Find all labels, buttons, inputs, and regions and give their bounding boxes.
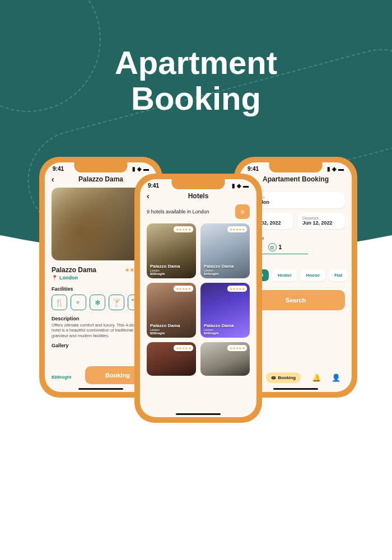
battery-icon: ▬ xyxy=(243,183,249,189)
hotel-card[interactable]: ★★★★★ xyxy=(147,342,196,376)
wifi-icon[interactable]: ᯤ xyxy=(71,295,86,310)
price-value: $30/night xyxy=(52,371,71,380)
phones-showcase: 9:41 ▮ ◈ ▬ ‹ Palazzo Dama Palazzo Dama ★… xyxy=(0,157,392,538)
wifi-icon: ◈ xyxy=(237,183,241,189)
chip-house[interactable]: House xyxy=(300,269,325,281)
bar-icon[interactable]: 🍸 xyxy=(109,295,124,310)
availability-text: 9 hotels available in London xyxy=(147,209,209,214)
tab-booking[interactable]: 🎟 Booking xyxy=(266,372,301,383)
chip-hostel[interactable]: Hostel xyxy=(272,269,297,281)
battery-icon: ▬ xyxy=(143,166,149,172)
status-indicators: ▮ ◈ ▬ xyxy=(132,166,149,172)
filter-icon: ≡ xyxy=(241,208,244,215)
phone-list: 9:41 ▮ ◈ ▬ ‹ Hotels 9 hotels available i… xyxy=(134,174,262,423)
title-line-1: Apartment xyxy=(115,44,277,81)
status-time: 9:41 xyxy=(248,166,259,172)
child-icon: ⊙ xyxy=(268,243,277,251)
hotel-card[interactable]: ★★★★★ Palazzo DamaLondon$40/night xyxy=(200,283,250,338)
card-stars: ★★★★★ xyxy=(227,226,248,232)
search-header-title: Apartament Booking xyxy=(263,175,329,183)
tab-booking-label: Booking xyxy=(278,375,296,380)
status-indicators: ▮ ◈ ▬ xyxy=(327,166,344,172)
card-stars: ★★★★★ xyxy=(174,226,194,232)
filter-button[interactable]: ≡ xyxy=(235,204,250,219)
pin-icon: 📍 xyxy=(52,275,58,281)
card-stars: ★★★★★ xyxy=(227,286,248,292)
list-header-title: Hotels xyxy=(188,192,209,200)
location-label: Location xyxy=(251,195,340,199)
tab-profile[interactable]: 👤 xyxy=(332,374,340,382)
home-indicator xyxy=(273,388,318,390)
marketing-title: Apartment Booking xyxy=(0,45,392,116)
location-value: London xyxy=(251,199,340,205)
status-indicators: ▮ ◈ ▬ xyxy=(232,183,249,189)
home-indicator xyxy=(78,388,123,390)
detail-header-title: Palazzo Dama xyxy=(78,175,123,183)
hotel-card[interactable]: ★★★★★ Palazzo DamaLondon$30/night xyxy=(147,223,196,278)
wifi-icon: ◈ xyxy=(332,166,337,172)
hotel-card[interactable]: ★★★★★ xyxy=(200,342,250,376)
signal-icon: ▮ xyxy=(327,166,330,172)
phone-notch xyxy=(74,162,128,172)
signal-icon: ▮ xyxy=(232,183,235,189)
chip-flat[interactable]: Flat xyxy=(329,269,348,281)
ticket-icon: 🎟 xyxy=(271,375,276,380)
battery-icon: ▬ xyxy=(338,166,344,172)
departure-label: Departure xyxy=(302,216,340,220)
phone-notch xyxy=(172,179,225,189)
title-line-2: Booking xyxy=(131,80,261,116)
price-unit: /night xyxy=(59,375,71,380)
status-time: 9:41 xyxy=(148,183,159,189)
departure-value: Jun 12, 2022 xyxy=(302,220,340,226)
hotel-name: Palazzo Dama xyxy=(52,266,96,274)
restaurant-icon[interactable]: 🍴 xyxy=(52,295,67,310)
back-icon[interactable]: ‹ xyxy=(147,192,150,200)
wifi-icon: ◈ xyxy=(137,166,142,172)
status-time: 9:41 xyxy=(53,166,64,172)
hotels-grid: ★★★★★ Palazzo DamaLondon$30/night ★★★★★ … xyxy=(140,219,256,376)
signal-icon: ▮ xyxy=(132,166,136,172)
card-stars: ★★★★★ xyxy=(174,286,194,292)
location-text: London xyxy=(59,275,78,281)
home-indicator xyxy=(176,413,221,416)
phone-notch xyxy=(269,162,323,172)
card-stars: ★★★★★ xyxy=(174,345,194,351)
back-icon[interactable]: ‹ xyxy=(52,175,54,184)
hotel-card[interactable]: ★★★★★ Palazzo DamaLondon$30/night xyxy=(147,283,196,338)
departure-field[interactable]: Departure Jun 12, 2022 xyxy=(298,213,345,229)
hotel-card[interactable]: ★★★★★ Palazzo DamaLondon$40/night xyxy=(200,223,250,278)
ac-icon[interactable]: ❄ xyxy=(90,295,105,310)
children-count: 1 xyxy=(279,244,282,250)
tab-notifications[interactable]: 🔔 xyxy=(312,374,321,382)
list-header: ‹ Hotels xyxy=(140,189,256,204)
card-stars: ★★★★★ xyxy=(227,345,248,351)
chip-camp[interactable]: Camp xyxy=(351,269,352,281)
